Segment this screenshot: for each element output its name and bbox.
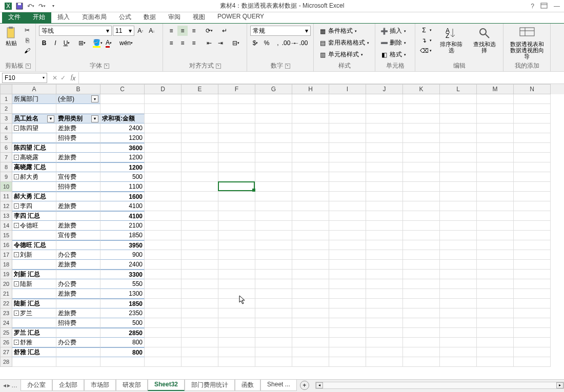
cell-K4[interactable] bbox=[403, 123, 440, 133]
cell-A22[interactable]: 陆新 汇总 bbox=[12, 299, 56, 308]
cell-I10[interactable] bbox=[329, 182, 366, 192]
cell-G1[interactable] bbox=[255, 94, 292, 104]
cell-E24[interactable] bbox=[182, 318, 218, 328]
cell-K17[interactable] bbox=[403, 250, 440, 260]
tab-审阅[interactable]: 审阅 bbox=[162, 11, 187, 23]
cell-L5[interactable] bbox=[440, 133, 477, 143]
cell-I18[interactable] bbox=[329, 260, 366, 270]
cell-C23[interactable]: 2350 bbox=[100, 308, 145, 318]
cell-D18[interactable] bbox=[145, 260, 182, 270]
cell-F7[interactable] bbox=[218, 153, 255, 162]
cell-L14[interactable] bbox=[440, 221, 477, 231]
cell-E10[interactable] bbox=[182, 182, 218, 192]
row-header-9[interactable]: 9 bbox=[0, 172, 12, 182]
cell-H5[interactable] bbox=[292, 133, 329, 143]
cell-H17[interactable] bbox=[292, 250, 329, 260]
cell-G15[interactable] bbox=[255, 231, 292, 240]
cell-G11[interactable] bbox=[255, 192, 292, 201]
phonetic-button[interactable]: wén▾ bbox=[119, 38, 133, 48]
cell-I11[interactable] bbox=[329, 192, 366, 201]
enter-formula-icon[interactable]: ✓ bbox=[61, 74, 66, 81]
cell-L15[interactable] bbox=[440, 231, 477, 240]
cell-A7[interactable]: -高晓露 bbox=[12, 153, 56, 162]
cell-B24[interactable]: 招待费 bbox=[56, 318, 100, 328]
cell-N12[interactable] bbox=[514, 201, 551, 211]
cell-M24[interactable] bbox=[477, 318, 514, 328]
cell-C9[interactable]: 500 bbox=[100, 172, 145, 182]
align-middle-button[interactable]: ≡ bbox=[177, 26, 188, 36]
cell-B10[interactable]: 招待费 bbox=[56, 182, 100, 192]
cell-D7[interactable] bbox=[145, 153, 182, 162]
cell-E3[interactable] bbox=[182, 114, 218, 123]
sort-filter-button[interactable]: AZ 排序和筛选 bbox=[436, 26, 467, 54]
cell-N24[interactable] bbox=[514, 318, 551, 328]
accounting-button[interactable]: $▾ bbox=[250, 38, 260, 48]
cell-D24[interactable] bbox=[145, 318, 182, 328]
decrease-indent-button[interactable]: ⇤ bbox=[204, 38, 214, 48]
cell-J23[interactable] bbox=[366, 308, 403, 318]
col-header-H[interactable]: H bbox=[292, 84, 329, 94]
cell-G13[interactable] bbox=[255, 211, 292, 221]
fill-color-button[interactable]: 🪣▾ bbox=[92, 38, 103, 48]
cell-C7[interactable]: 1200 bbox=[100, 153, 145, 162]
cell-D8[interactable] bbox=[145, 162, 182, 172]
sheet-tab-办公室[interactable]: 办公室 bbox=[21, 380, 52, 391]
cell-E2[interactable] bbox=[182, 104, 218, 114]
paste-button[interactable]: 粘贴 bbox=[3, 26, 19, 47]
cell-N9[interactable] bbox=[514, 172, 551, 182]
cell-K9[interactable] bbox=[403, 172, 440, 182]
cell-E27[interactable] bbox=[182, 347, 218, 357]
cell-C12[interactable]: 4100 bbox=[100, 201, 145, 211]
cell-G18[interactable] bbox=[255, 260, 292, 270]
cell-F18[interactable] bbox=[218, 260, 255, 270]
cell-A19[interactable]: 刘新 汇总 bbox=[12, 270, 56, 279]
cell-H22[interactable] bbox=[292, 299, 329, 308]
cell-I12[interactable] bbox=[329, 201, 366, 211]
collapse-button[interactable]: - bbox=[14, 252, 19, 257]
cell-M9[interactable] bbox=[477, 172, 514, 182]
cell-A13[interactable]: 李四 汇总 bbox=[12, 211, 56, 221]
cell-I1[interactable] bbox=[329, 94, 366, 104]
cell-J12[interactable] bbox=[366, 201, 403, 211]
cell-H1[interactable] bbox=[292, 94, 329, 104]
cell-F22[interactable] bbox=[218, 299, 255, 308]
sheet-nav-more[interactable]: … bbox=[11, 382, 17, 389]
cell-A20[interactable]: -陆新 bbox=[12, 279, 56, 289]
cell-K18[interactable] bbox=[403, 260, 440, 270]
cell-H12[interactable] bbox=[292, 201, 329, 211]
cell-A12[interactable]: -李四 bbox=[12, 201, 56, 211]
delete-cells-button[interactable]: ➖删除▾ bbox=[378, 37, 408, 48]
cell-I21[interactable] bbox=[329, 289, 366, 299]
cell-B22[interactable] bbox=[56, 299, 100, 308]
row-header-4[interactable]: 4 bbox=[0, 123, 12, 133]
cell-K13[interactable] bbox=[403, 211, 440, 221]
row-header-7[interactable]: 7 bbox=[0, 153, 12, 162]
cell-E12[interactable] bbox=[182, 201, 218, 211]
ribbon-options-button[interactable] bbox=[540, 3, 548, 10]
undo-icon[interactable]: ↶▾ bbox=[27, 2, 35, 10]
row-header-3[interactable]: 3 bbox=[0, 114, 12, 123]
cell-F19[interactable] bbox=[218, 270, 255, 279]
format-painter-button[interactable]: 🖌 bbox=[22, 46, 33, 55]
cell-D4[interactable] bbox=[145, 123, 182, 133]
number-launcher[interactable] bbox=[285, 64, 290, 69]
cell-I8[interactable] bbox=[329, 162, 366, 172]
cell-C8[interactable]: 1200 bbox=[100, 162, 145, 172]
conditional-format-button[interactable]: ▦条件格式▾ bbox=[317, 26, 371, 36]
sheet-tab-企划部[interactable]: 企划部 bbox=[52, 380, 84, 391]
cell-C25[interactable]: 2850 bbox=[100, 328, 145, 338]
cell-L19[interactable] bbox=[440, 270, 477, 279]
cell-C27[interactable]: 800 bbox=[100, 347, 145, 357]
row-header-19[interactable]: 19 bbox=[0, 270, 12, 279]
row-header-8[interactable]: 8 bbox=[0, 162, 12, 172]
cell-L9[interactable] bbox=[440, 172, 477, 182]
cell-N25[interactable] bbox=[514, 328, 551, 338]
cell-F17[interactable] bbox=[218, 250, 255, 260]
cell-A6[interactable]: 陈四望 汇总 bbox=[12, 143, 56, 153]
cell-E17[interactable] bbox=[182, 250, 218, 260]
cell-G22[interactable] bbox=[255, 299, 292, 308]
collapse-button[interactable]: - bbox=[14, 203, 19, 209]
tab-file[interactable]: 文件 bbox=[2, 11, 27, 23]
cell-K19[interactable] bbox=[403, 270, 440, 279]
cell-E8[interactable] bbox=[182, 162, 218, 172]
